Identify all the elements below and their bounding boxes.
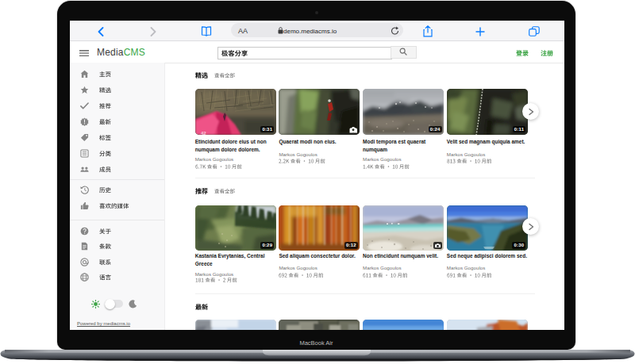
svg-text:42: 42 [201,131,206,135]
